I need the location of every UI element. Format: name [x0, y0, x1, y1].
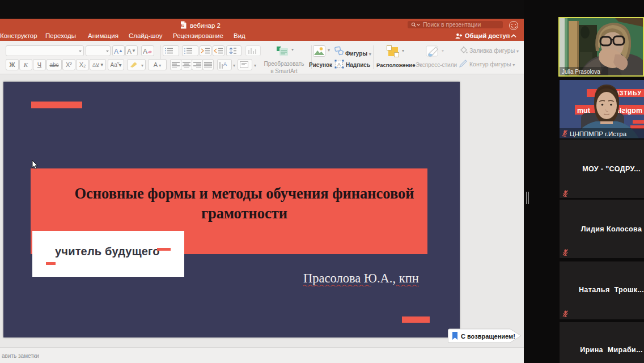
svg-text:ЦНППМПР г.Истра: ЦНППМПР г.Истра [570, 130, 627, 137]
svg-text:А: А [337, 62, 341, 67]
svg-text:A: A [223, 61, 227, 67]
svg-text:Julia Prasolova: Julia Prasolova [562, 69, 600, 75]
svg-text:P: P [182, 24, 184, 27]
svg-text:A: A [143, 48, 147, 56]
